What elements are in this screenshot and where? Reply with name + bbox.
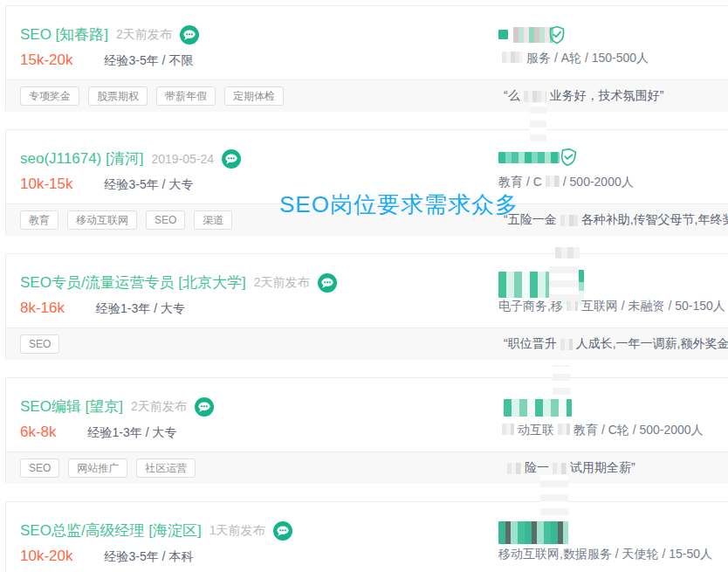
company-name-censored: [504, 399, 572, 417]
salary-text: 6k-8k: [20, 424, 57, 441]
post-date: 2019-05-24: [151, 152, 214, 166]
chat-bubble-icon[interactable]: [195, 397, 214, 417]
salary-text: 10k-15k: [20, 176, 72, 193]
salary-text: 15k-20k: [20, 52, 72, 69]
chat-bubble-icon[interactable]: [273, 521, 292, 541]
censored-text: [553, 463, 567, 474]
company-name-censored: [498, 272, 556, 298]
chat-bubble-icon[interactable]: [318, 273, 337, 293]
job-card-footer: SEO网站推广社区运营 险一试用期全薪”: [6, 451, 728, 484]
company-name-censored: [498, 521, 568, 544]
job-card-footer: SEO “职位晋升人成长,一年一调薪,额外奖金”: [6, 327, 728, 360]
censored-fragment: [555, 247, 580, 258]
censored-text: [546, 176, 560, 187]
censored-text: [560, 339, 573, 350]
job-title-row: SEO总监/高级经理 [海淀区] 1天前发布: [20, 520, 292, 541]
company-logo-censored: [498, 30, 508, 39]
job-title-row: SEO专员/流量运营专员 [北京大学] 2天前发布: [20, 272, 337, 293]
verified-shield-icon: [558, 147, 578, 169]
company-info: 服务 / A轮 / 150-500人: [498, 51, 649, 66]
job-card[interactable]: SEO编辑 [望京] 2天前发布 6k-8k 经验1-3年 / 大专 动互联教育…: [5, 377, 728, 484]
job-tag: 教育: [20, 210, 58, 230]
job-tag: SEO: [20, 458, 59, 478]
censored-text: [507, 463, 521, 474]
salary-row: 15k-20k 经验3-5年 / 不限: [20, 52, 193, 69]
job-card[interactable]: SEO总监/高级经理 [海淀区] 1天前发布 10k-20k 经验3-5年 / …: [5, 501, 728, 572]
job-tag: SEO: [146, 210, 185, 230]
job-card[interactable]: SEO [知春路] 2天前发布 15k-20k 经验3-5年 / 不限: [5, 5, 728, 112]
job-title-link[interactable]: SEO总监/高级经理 [海淀区]: [20, 520, 202, 541]
job-card-main: SEO编辑 [望京] 2天前发布 6k-8k 经验1-3年 / 大专 动互联教育…: [6, 378, 728, 451]
chat-bubble-icon[interactable]: [180, 25, 199, 45]
job-tags: SEO: [20, 328, 59, 360]
salary-row: 10k-15k 经验3-5年 / 大专: [20, 176, 193, 193]
job-tag: 股票期权: [88, 86, 148, 106]
censored-text: [558, 424, 570, 435]
post-date: 2天前发布: [116, 27, 172, 43]
company-info: 移动互联网,数据服务 / 天使轮 / 15-50人: [498, 547, 712, 562]
censored-text: [524, 91, 546, 102]
experience-requirement: 经验3-5年 / 不限: [104, 53, 193, 69]
experience-requirement: 经验1-3年 / 大专: [96, 301, 185, 317]
experience-requirement: 经验3-5年 / 本科: [104, 549, 193, 565]
job-card-footer: 专项奖金股票期权带薪年假定期体检 “么业务好，技术氛围好”: [6, 79, 728, 112]
company-quote: “么业务好，技术氛围好”: [504, 80, 663, 112]
job-card[interactable]: SEO专员/流量运营专员 [北京大学] 2天前发布 8k-16k 经验1-3年 …: [5, 253, 728, 360]
job-card[interactable]: seo(J11674) [清河] 2019-05-24 10k-15k 经验3-…: [5, 129, 728, 236]
job-tags: 教育移动互联网SEO渠道: [20, 204, 232, 236]
censored-fragment: [530, 103, 546, 141]
verified-shield-icon: [548, 25, 566, 45]
job-tag: 移动互联网: [67, 210, 137, 230]
censored-text: [502, 52, 523, 63]
censored-fragment: [549, 261, 579, 301]
job-tag: 渠道: [194, 210, 232, 230]
job-tag: SEO: [20, 334, 59, 354]
job-title-link[interactable]: SEO专员/流量运营专员 [北京大学]: [20, 272, 246, 293]
company-info: 教育 / C/ 500-2000人: [498, 175, 634, 190]
company-info: 电子商务,移互联网 / 未融资 / 50-150人: [498, 299, 725, 314]
job-title-row: SEO [知春路] 2天前发布: [20, 24, 199, 45]
job-list-page: SEO [知春路] 2天前发布 15k-20k 经验3-5年 / 不限: [0, 0, 728, 572]
post-date: 2天前发布: [131, 399, 187, 415]
job-title-link[interactable]: SEO [知春路]: [20, 24, 108, 45]
job-card-main: SEO [知春路] 2天前发布 15k-20k 经验3-5年 / 不限: [6, 6, 728, 79]
censored-text: [560, 215, 578, 226]
censored-fragment: [540, 475, 568, 515]
post-date: 1天前发布: [209, 523, 265, 539]
job-tag: 定期体检: [224, 86, 284, 106]
job-tags: SEO网站推广社区运营: [20, 452, 196, 484]
job-tags: 专项奖金股票期权带薪年假定期体检: [20, 80, 284, 112]
post-date: 2天前发布: [254, 275, 310, 291]
company-quote: “职位晋升人成长,一年一调薪,额外奖金”: [504, 328, 728, 360]
job-title-link[interactable]: seo(J11674) [清河]: [20, 148, 143, 169]
salary-row: 8k-16k 经验1-3年 / 大专: [20, 300, 185, 317]
job-tag: 社区运营: [136, 458, 196, 478]
job-card-main: SEO专员/流量运营专员 [北京大学] 2天前发布 8k-16k 经验1-3年 …: [6, 254, 728, 327]
company-info: 动互联教育 / C轮 / 500-2000人: [498, 423, 704, 438]
company-quote: “五险一金各种补助,传智父母节,年终奖金”: [504, 204, 728, 236]
salary-text: 10k-20k: [20, 548, 72, 565]
experience-requirement: 经验3-5年 / 大专: [104, 177, 193, 193]
job-title-row: seo(J11674) [清河] 2019-05-24: [20, 148, 241, 169]
job-card-main: SEO总监/高级经理 [海淀区] 1天前发布 10k-20k 经验3-5年 / …: [6, 502, 728, 572]
company-name-censored: [498, 152, 560, 163]
job-card-footer: 教育移动互联网SEO渠道 “五险一金各种补助,传智父母节,年终奖金”: [6, 203, 728, 236]
chat-bubble-icon[interactable]: [222, 149, 241, 169]
job-tag: 带薪年假: [156, 86, 216, 106]
censored-text: [502, 424, 514, 435]
job-tag: 专项奖金: [20, 86, 79, 106]
experience-requirement: 经验1-3年 / 大专: [88, 425, 177, 441]
salary-text: 8k-16k: [20, 300, 65, 317]
company-quote: 险一试用期全薪”: [504, 452, 635, 484]
job-title-row: SEO编辑 [望京] 2天前发布: [20, 396, 214, 417]
job-title-link[interactable]: SEO编辑 [望京]: [20, 396, 123, 417]
job-tag: 网站推广: [68, 458, 127, 478]
salary-row: 10k-20k 经验3-5年 / 本科: [20, 548, 193, 565]
job-card-main: seo(J11674) [清河] 2019-05-24 10k-15k 经验3-…: [6, 130, 728, 203]
salary-row: 6k-8k 经验1-3年 / 大专: [20, 424, 176, 441]
censored-fragment: [553, 365, 570, 395]
